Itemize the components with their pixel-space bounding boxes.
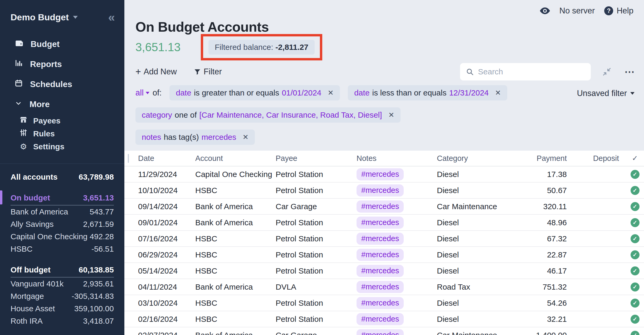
sidebar-account-item[interactable]: Capital One Checking492.28	[11, 230, 114, 243]
cell-category[interactable]: Diesel	[437, 266, 532, 275]
cell-payment[interactable]: 67.32	[532, 234, 567, 243]
cell-date[interactable]: 05/14/2024	[138, 266, 195, 275]
cell-date[interactable]: 07/16/2024	[138, 234, 195, 243]
cell-notes[interactable]: #mercedes	[357, 313, 437, 325]
remove-filter-icon[interactable]: ✕	[495, 89, 501, 97]
collapse-sidebar-button[interactable]: «	[108, 12, 114, 22]
cell-category[interactable]: Diesel	[437, 315, 532, 324]
cleared-check-icon[interactable]: ✓	[631, 315, 640, 324]
table-row[interactable]: 05/14/2024HSBCPetrol Station#mercedesDie…	[124, 263, 644, 279]
cell-payment[interactable]: 17.38	[532, 170, 567, 179]
account-balance[interactable]: 3,651.13	[135, 41, 201, 54]
all-accounts-row[interactable]: All accounts 63,789.98	[11, 171, 114, 183]
cell-account[interactable]: HSBC	[195, 315, 276, 324]
cell-notes[interactable]: #mercedes	[357, 200, 437, 213]
cleared-check-icon[interactable]: ✓	[631, 170, 640, 179]
column-header-payment[interactable]: Payment	[532, 154, 567, 163]
cell-date[interactable]: 04/11/2024	[138, 283, 195, 291]
table-row[interactable]: 09/01/2024Bank of AmericaPetrol Station#…	[124, 215, 644, 231]
cleared-check-icon[interactable]: ✓	[631, 299, 640, 308]
cell-payee[interactable]: Petrol Station	[276, 266, 357, 275]
help-button[interactable]: ? Help	[604, 6, 633, 16]
sidebar-account-item[interactable]: Ally Savings2,671.59	[11, 218, 114, 230]
table-row[interactable]: 04/11/2024Bank of AmericaDVLA#mercedesRo…	[124, 279, 644, 295]
account-group-header[interactable]: Off budget60,138.85	[11, 264, 114, 277]
table-row[interactable]: 06/29/2024HSBCPetrol Station#mercedesDie…	[124, 247, 644, 263]
sidebar-item-settings[interactable]: ⚙ Settings	[0, 140, 124, 153]
cell-payment[interactable]: 50.67	[532, 186, 567, 195]
cell-notes[interactable]: #mercedes	[357, 249, 437, 261]
cell-payment[interactable]: 1,400.00	[532, 331, 567, 335]
cell-category[interactable]: Diesel	[437, 234, 532, 243]
table-row[interactable]: 10/10/2024HSBCPetrol Station#mercedesDie…	[124, 183, 644, 199]
cleared-check-icon[interactable]: ✓	[631, 218, 640, 227]
cell-date[interactable]: 02/16/2024	[138, 315, 195, 324]
sidebar-account-item[interactable]: House Asset359,100.00	[11, 302, 114, 315]
column-header-date[interactable]: Date	[138, 154, 195, 163]
cell-account[interactable]: HSBC	[195, 186, 276, 195]
shrink-rows-icon[interactable]	[602, 67, 611, 76]
cell-notes[interactable]: #mercedes	[357, 184, 437, 197]
filter-chip[interactable]: dateis greater than or equals01/01/2024✕	[169, 85, 340, 100]
cell-payment[interactable]: 22.87	[532, 250, 567, 259]
select-all-checkbox[interactable]	[128, 154, 129, 163]
cell-notes[interactable]: #mercedes	[357, 281, 437, 293]
cell-notes[interactable]: #mercedes	[357, 217, 437, 229]
table-row[interactable]: 09/14/2024Bank of AmericaCar Garage#merc…	[124, 199, 644, 215]
cell-account[interactable]: Bank of America	[195, 331, 276, 335]
cell-date[interactable]: 03/10/2024	[138, 299, 195, 308]
cell-notes[interactable]: #mercedes	[357, 168, 437, 180]
cell-category[interactable]: Car Maintenance	[437, 202, 532, 211]
unsaved-filter-dropdown[interactable]: Unsaved filter	[577, 89, 635, 98]
cell-payment[interactable]: 320.11	[532, 202, 567, 211]
filter-chip[interactable]: categoryone of[Car Maintenance, Car Insu…	[135, 107, 401, 123]
column-header-cleared[interactable]: ✓	[626, 154, 644, 162]
cell-account[interactable]: Bank of America	[195, 202, 276, 211]
cell-account[interactable]: HSBC	[195, 234, 276, 243]
remove-filter-icon[interactable]: ✕	[388, 111, 394, 119]
cell-payee[interactable]: Car Garage	[276, 331, 357, 335]
add-new-button[interactable]: + Add New	[135, 67, 177, 76]
filter-chip[interactable]: noteshas tag(s)mercedes✕	[135, 130, 255, 145]
cell-account[interactable]: HSBC	[195, 250, 276, 259]
sidebar-account-item[interactable]: Bank of America543.77	[11, 205, 114, 218]
cell-payee[interactable]: Petrol Station	[276, 218, 357, 227]
sidebar-item-budget[interactable]: Budget	[0, 34, 124, 54]
cell-payee[interactable]: Petrol Station	[276, 186, 357, 195]
cell-notes[interactable]: #mercedes	[357, 329, 437, 335]
cell-category[interactable]: Diesel	[437, 218, 532, 227]
cell-account[interactable]: HSBC	[195, 266, 276, 275]
sidebar-account-item[interactable]: Vanguard 401k2,935.61	[11, 277, 114, 290]
match-type-dropdown[interactable]: all	[135, 88, 149, 98]
sidebar-item-schedules[interactable]: Schedules	[0, 74, 124, 94]
cleared-check-icon[interactable]: ✓	[631, 234, 640, 243]
cell-category[interactable]: Car Maintenance	[437, 331, 532, 335]
cell-payment[interactable]: 48.96	[532, 218, 567, 227]
cleared-check-icon[interactable]: ✓	[631, 331, 640, 335]
cell-payee[interactable]: Petrol Station	[276, 315, 357, 324]
budget-switcher[interactable]: Demo Budget	[11, 12, 78, 22]
cell-payment[interactable]: 751.32	[532, 283, 567, 291]
more-options-icon[interactable]: ⋯	[625, 69, 635, 74]
cell-notes[interactable]: #mercedes	[357, 233, 437, 245]
cell-date[interactable]: 09/14/2024	[138, 202, 195, 211]
cell-category[interactable]: Diesel	[437, 250, 532, 259]
sidebar-account-item[interactable]: HSBC-56.51	[11, 243, 114, 255]
cleared-check-icon[interactable]: ✓	[631, 186, 640, 195]
cell-category[interactable]: Diesel	[437, 186, 532, 195]
cell-date[interactable]: 11/29/2024	[138, 170, 195, 179]
cell-payment[interactable]: 46.17	[532, 266, 567, 275]
filtered-balance-chip[interactable]: Filtered balance: -2,811.27	[208, 40, 315, 55]
cell-payee[interactable]: Petrol Station	[276, 170, 357, 179]
filter-button[interactable]: Filter	[194, 67, 222, 76]
table-row[interactable]: 11/29/2024Capital One CheckingPetrol Sta…	[124, 166, 644, 183]
sidebar-item-more[interactable]: More	[0, 94, 124, 114]
sidebar-item-payees[interactable]: Payees	[0, 114, 124, 127]
cell-date[interactable]: 10/10/2024	[138, 186, 195, 195]
table-row[interactable]: 03/10/2024HSBCPetrol Station#mercedesDie…	[124, 295, 644, 311]
cell-account[interactable]: Bank of America	[195, 218, 276, 227]
cell-date[interactable]: 09/01/2024	[138, 218, 195, 227]
table-row[interactable]: 07/16/2024HSBCPetrol Station#mercedesDie…	[124, 231, 644, 247]
sidebar-item-rules[interactable]: Rules	[0, 127, 124, 140]
cell-payment[interactable]: 32.21	[532, 315, 567, 324]
